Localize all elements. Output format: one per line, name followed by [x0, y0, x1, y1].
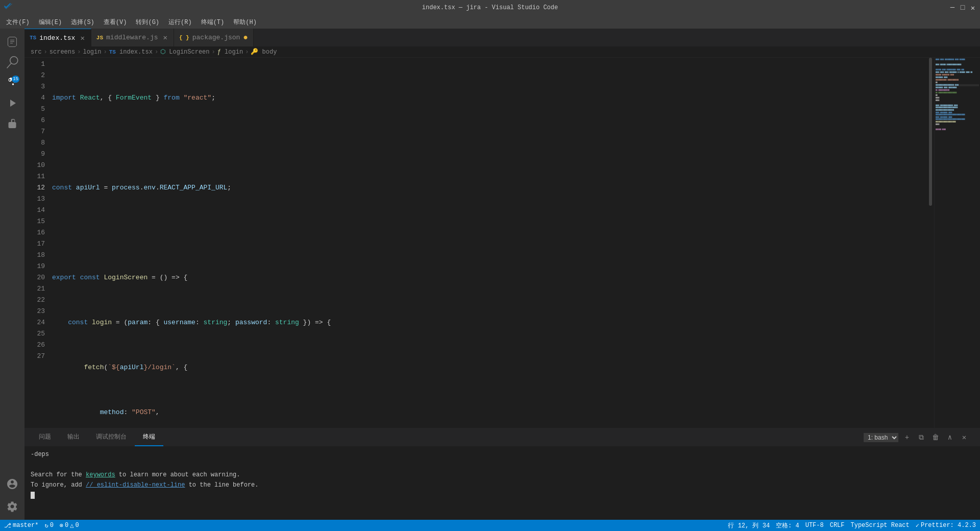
panel-tabs-wrapper: 问题 输出 调试控制台 终端 1: bash + ⧉ 🗑 ∧ ✕: [31, 428, 974, 446]
tab-index-tsx[interactable]: TS index.tsx ✕: [24, 29, 91, 46]
error-count: 0: [65, 522, 68, 529]
terminal-cursor: [31, 492, 35, 499]
terminal-line-search: Search for the keywords to learn more ab…: [31, 470, 974, 480]
kill-terminal-button[interactable]: 🗑: [930, 432, 941, 443]
formatter-version: Prettier: 4.2.3: [921, 522, 976, 529]
close-panel-button[interactable]: ✕: [959, 432, 970, 443]
title-left: [4, 3, 12, 13]
menu-file[interactable]: 文件(F): [2, 17, 34, 28]
extensions-icon[interactable]: [3, 114, 21, 133]
tab-package-json[interactable]: { } package.json ●: [174, 29, 254, 46]
code-line-7: fetch(`${apiUrl}/login`, {: [50, 362, 927, 373]
code-line-2: [50, 137, 927, 149]
menu-terminal[interactable]: 终端(T): [197, 17, 229, 28]
panel-tab-terminal[interactable]: 终端: [135, 428, 163, 446]
line-ending-item[interactable]: CRLF: [830, 522, 845, 529]
sync-icon: ↻: [44, 522, 48, 529]
menu-select[interactable]: 选择(S): [67, 17, 99, 28]
error-icon: ⊗: [60, 522, 63, 529]
warning-count: 0: [76, 522, 79, 529]
terminal-content[interactable]: -deps Search for the keywords to learn m…: [24, 446, 980, 520]
breadcrumb-body[interactable]: 🔑 body: [251, 48, 277, 56]
breadcrumb-src[interactable]: src: [31, 49, 42, 56]
minimap-content: ████ ████ ██████████ ████ ██████ ████ ██…: [935, 58, 980, 132]
breadcrumb-ts-file[interactable]: TS index.tsx: [109, 49, 153, 56]
search-icon[interactable]: [3, 53, 21, 71]
title-right: ─ □ ✕: [949, 5, 976, 11]
breadcrumb-screens[interactable]: screens: [50, 49, 75, 56]
encoding-item[interactable]: UTF-8: [805, 522, 824, 529]
maximize-button[interactable]: □: [960, 5, 966, 11]
code-line-1: import React, { FormEvent } from "react"…: [50, 92, 927, 104]
minimap: ████ ████ ██████████ ████ ██████ ████ ██…: [934, 58, 980, 428]
json-icon: { }: [179, 35, 189, 41]
warning-icon: △: [70, 522, 74, 529]
tab-close-middleware[interactable]: ✕: [162, 33, 168, 42]
panel-tabs-bar: 问题 输出 调试控制台 终端 1: bash + ⧉ 🗑 ∧ ✕: [24, 428, 980, 446]
js-icon: JS: [96, 35, 103, 41]
terminal-selector[interactable]: 1: bash: [864, 433, 898, 442]
breadcrumb-login-fn[interactable]: ƒ login: [217, 49, 243, 56]
errors-item[interactable]: ⊗ 0 △ 0: [60, 522, 79, 529]
breadcrumb: src › screens › login › TS index.tsx › ⬡…: [24, 46, 980, 58]
settings-icon[interactable]: [3, 497, 21, 516]
code-line-8: method: "POST",: [50, 407, 927, 418]
formatter-item[interactable]: ✓ Prettier: 4.2.3: [916, 522, 976, 529]
status-bar-right: 行 12, 列 34 空格: 4 UTF-8 CRLF TypeScript R…: [728, 521, 976, 530]
tab-middleware-js[interactable]: JS middleware.js ✕: [91, 29, 174, 46]
git-branch-item[interactable]: ⎇ master*: [4, 522, 38, 529]
run-debug-icon[interactable]: [3, 94, 21, 112]
add-terminal-button[interactable]: +: [901, 432, 913, 443]
explorer-icon[interactable]: [3, 33, 21, 51]
encoding: UTF-8: [805, 522, 824, 529]
panel-tab-problems[interactable]: 问题: [31, 428, 59, 446]
language-item[interactable]: TypeScript React: [851, 522, 910, 529]
eslint-disable-link[interactable]: // eslint-disable-next-line: [86, 481, 185, 489]
accounts-icon[interactable]: [3, 475, 21, 493]
menu-goto[interactable]: 转到(G): [132, 17, 163, 28]
ts-icon: TS: [30, 35, 36, 41]
breadcrumb-login-screen[interactable]: ⬡ LoginScreen: [160, 48, 209, 56]
close-button[interactable]: ✕: [970, 5, 976, 11]
terminal-line-ignore: To ignore, add // eslint-disable-next-li…: [31, 480, 974, 490]
title-bar: index.tsx — jira - Visual Studio Code ─ …: [0, 0, 980, 15]
vscode-icon: [4, 3, 12, 13]
tab-label-package: package.json: [192, 34, 240, 41]
menu-bar: 文件(F) 编辑(E) 选择(S) 查看(V) 转到(G) 运行(R) 终端(T…: [0, 15, 980, 29]
editor-scrollbar[interactable]: [927, 58, 934, 428]
cursor-position: 行 12, 列 34: [728, 521, 770, 530]
code-line-5: export const LoginScreen = () => {: [50, 272, 927, 283]
git-branch-name: master*: [13, 522, 38, 529]
window-title: index.tsx — jira - Visual Studio Code: [422, 4, 558, 11]
terminal-line-deps: -deps: [31, 449, 974, 460]
code-editor[interactable]: 1 2 3 4 5 6 7 8 9 10 11 12 13 14 15 16 1: [24, 58, 980, 428]
split-terminal-button[interactable]: ⧉: [916, 432, 927, 443]
cursor-position-item[interactable]: 行 12, 列 34: [728, 521, 770, 530]
minimize-button[interactable]: ─: [949, 5, 955, 11]
menu-edit[interactable]: 编辑(E): [35, 17, 66, 28]
panel-tab-debug[interactable]: 调试控制台: [88, 428, 135, 446]
scroll-thumb: [929, 58, 932, 206]
breadcrumb-login[interactable]: login: [83, 49, 101, 56]
tab-modified-indicator: ●: [243, 34, 248, 42]
source-control-icon[interactable]: 15: [3, 74, 21, 92]
code-text[interactable]: import React, { FormEvent } from "react"…: [50, 58, 927, 428]
source-control-badge: 15: [12, 76, 19, 83]
main-layout: 15 TS index.tsx ✕ JS middleware.js: [0, 29, 980, 520]
tab-label-middleware: middleware.js: [106, 34, 158, 41]
menu-help[interactable]: 帮助(H): [229, 17, 261, 28]
menu-run[interactable]: 运行(R): [164, 17, 196, 28]
indentation: 空格: 4: [776, 521, 799, 530]
tab-close-index[interactable]: ✕: [79, 33, 85, 43]
git-branch-icon: ⎇: [4, 522, 11, 529]
tabs-bar: TS index.tsx ✕ JS middleware.js ✕ { } pa…: [24, 29, 980, 46]
menu-view[interactable]: 查看(V): [100, 17, 131, 28]
maximize-panel-button[interactable]: ∧: [944, 432, 955, 443]
keywords-link[interactable]: keywords: [86, 471, 115, 478]
panel-tab-output[interactable]: 输出: [59, 428, 88, 446]
line-numbers: 1 2 3 4 5 6 7 8 9 10 11 12 13 14 15 16 1: [24, 58, 50, 428]
terminal-cursor-line: [31, 490, 974, 500]
indentation-item[interactable]: 空格: 4: [776, 521, 799, 530]
sync-status-item[interactable]: ↻ 0: [44, 522, 53, 529]
panel-tools: 1: bash + ⧉ 🗑 ∧ ✕: [864, 432, 974, 443]
